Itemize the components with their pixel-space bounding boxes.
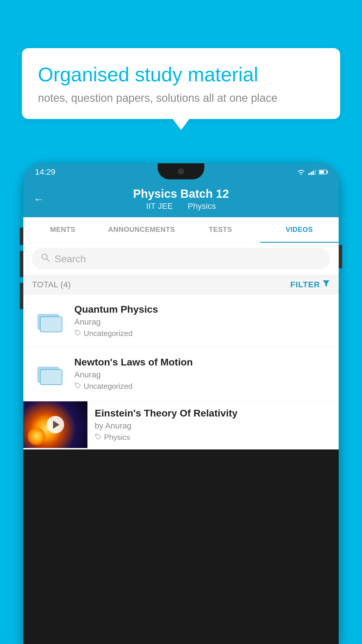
- video-info-1: Quantum Physics Anurag Uncategorized: [74, 304, 330, 338]
- back-button[interactable]: ←: [34, 193, 44, 205]
- search-bar: Search: [23, 243, 339, 274]
- app-header: ← Physics Batch 12 IIT JEE Physics: [23, 181, 339, 217]
- camera: [178, 169, 184, 174]
- tag-icon-3: [95, 433, 102, 442]
- video-item-2[interactable]: Newton's Laws of Motion Anurag Uncategor…: [23, 347, 339, 400]
- header-title: Physics Batch 12: [133, 187, 229, 200]
- tab-ments[interactable]: MENTS: [23, 217, 102, 243]
- svg-point-0: [301, 174, 302, 175]
- video-title-3: Einstein's Theory Of Relativity: [95, 407, 330, 419]
- header-tag2: Physics: [188, 202, 216, 211]
- status-bar: 14:29: [23, 163, 339, 181]
- video-author-2: Anurag: [74, 370, 330, 379]
- video-thumbnail-3: [23, 401, 87, 448]
- volume-down-button: [20, 251, 23, 277]
- video-title-2: Newton's Laws of Motion: [74, 356, 330, 368]
- phone-screen: Search TOTAL (4) FILTER: [23, 243, 339, 449]
- total-count: TOTAL (4): [32, 280, 71, 289]
- video-author-3: by Anurag: [95, 421, 330, 430]
- header-tag1: IIT JEE: [146, 202, 173, 211]
- filter-button[interactable]: FILTER: [290, 280, 330, 289]
- tag-icon-2: [74, 382, 81, 391]
- folder-icon-1: [32, 303, 67, 338]
- svg-line-2: [47, 259, 49, 261]
- speech-bubble: Organised study material notes, question…: [22, 48, 340, 119]
- video-tag-text-3: Physics: [104, 433, 130, 442]
- status-icons: [297, 169, 327, 175]
- tab-videos[interactable]: VIDEOS: [260, 217, 339, 243]
- video-item-1[interactable]: Quantum Physics Anurag Uncategorized: [23, 295, 339, 347]
- play-button-3[interactable]: [47, 416, 64, 433]
- tab-announcements[interactable]: ANNOUNCEMENTS: [102, 217, 181, 243]
- svg-point-11: [76, 384, 77, 384]
- video-list: Quantum Physics Anurag Uncategorized: [23, 295, 339, 449]
- tab-bar: MENTS ANNOUNCEMENTS TESTS VIDEOS: [23, 217, 339, 243]
- header-subtitle: IIT JEE Physics: [143, 202, 219, 211]
- status-time: 14:29: [35, 167, 55, 177]
- filter-label: FILTER: [290, 280, 320, 289]
- video-tag-3: Physics: [95, 433, 330, 442]
- search-placeholder: Search: [55, 253, 86, 265]
- volume-up-button: [20, 228, 23, 245]
- video-author-1: Anurag: [74, 317, 330, 327]
- video-tag-text-2: Uncategorized: [84, 382, 133, 391]
- phone-frame: 14:29 ← Physics Batch 12: [23, 163, 339, 644]
- video-tag-text-1: Uncategorized: [84, 329, 133, 338]
- tag-icon-1: [74, 329, 81, 338]
- battery-icon: [319, 170, 327, 174]
- filter-icon: [322, 280, 330, 289]
- video-info-3: Einstein's Theory Of Relativity by Anura…: [95, 400, 330, 449]
- bubble-title: Organised study material: [38, 63, 324, 87]
- video-tag-1: Uncategorized: [74, 329, 330, 338]
- signal-icon: [308, 169, 316, 175]
- search-icon: [41, 253, 50, 265]
- folder-icon-2: [32, 356, 67, 391]
- play-triangle: [53, 421, 59, 429]
- video-item-3[interactable]: Einstein's Theory Of Relativity by Anura…: [23, 400, 339, 449]
- wifi-icon: [297, 169, 305, 175]
- silent-button: [20, 283, 23, 309]
- filter-bar: TOTAL (4) FILTER: [23, 274, 339, 295]
- video-title-1: Quantum Physics: [74, 304, 330, 315]
- search-input-wrapper[interactable]: Search: [32, 248, 330, 269]
- power-button: [339, 245, 342, 268]
- svg-point-7: [76, 331, 77, 332]
- tab-tests[interactable]: TESTS: [181, 217, 260, 243]
- bubble-subtitle: notes, question papers, solutions all at…: [38, 92, 324, 104]
- svg-point-12: [96, 435, 97, 435]
- svg-marker-3: [323, 280, 329, 287]
- video-tag-2: Uncategorized: [74, 382, 330, 391]
- video-info-2: Newton's Laws of Motion Anurag Uncategor…: [74, 356, 330, 391]
- notch: [158, 163, 204, 179]
